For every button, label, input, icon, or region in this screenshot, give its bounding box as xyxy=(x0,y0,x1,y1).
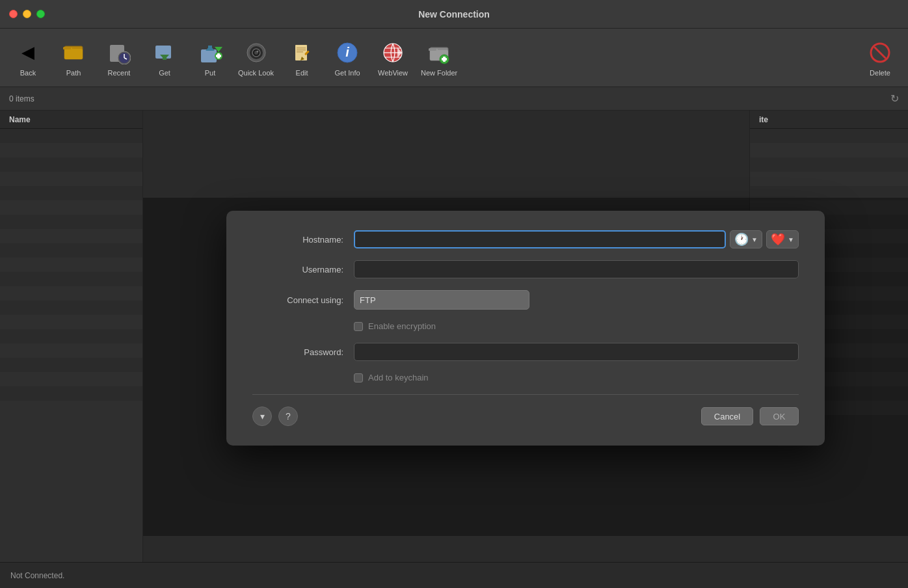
items-count: 0 items xyxy=(9,94,34,103)
file-row xyxy=(0,172,142,186)
toolbar-delete-label: Delete xyxy=(870,69,890,77)
file-row xyxy=(0,386,142,401)
connect-using-row: Connect using: FTP SFTP FTP with TLS/SSL… xyxy=(252,290,799,310)
password-label: Password: xyxy=(252,347,343,357)
hostname-label: Hostname: xyxy=(252,235,343,245)
items-bar: 0 items ↻ xyxy=(0,87,908,111)
toolbar-edit[interactable]: Edit xyxy=(279,32,325,84)
toolbar-newfolder[interactable]: New Folder xyxy=(416,32,462,84)
file-row xyxy=(0,286,142,301)
name-column-header: Name xyxy=(9,115,31,124)
help-button[interactable]: ? xyxy=(278,407,298,426)
back-icon: ◀ xyxy=(14,39,42,66)
connect-using-label: Connect using: xyxy=(252,295,343,305)
history-button[interactable]: 🕐 ▼ xyxy=(730,230,762,248)
put-icon xyxy=(196,39,224,66)
file-row xyxy=(0,143,142,157)
close-button[interactable] xyxy=(9,10,18,18)
file-row xyxy=(0,343,142,358)
enable-encryption-label: Enable encryption xyxy=(368,321,436,331)
add-to-keychain-label: Add to keychain xyxy=(368,373,429,382)
svg-rect-24 xyxy=(295,45,307,60)
file-row xyxy=(0,229,142,243)
maximize-button[interactable] xyxy=(36,10,45,18)
newfolder-icon xyxy=(425,39,453,66)
toolbar-quicklook-label: Quick Look xyxy=(238,69,274,77)
toolbar-getinfo[interactable]: i Get Info xyxy=(325,32,370,84)
connect-using-select[interactable]: FTP SFTP FTP with TLS/SSL WebDAV (HTTP) … xyxy=(354,290,529,310)
password-row: Password: xyxy=(252,343,799,361)
right-row xyxy=(750,129,908,143)
toolbar-webview[interactable]: WebView xyxy=(370,32,416,84)
svg-rect-25 xyxy=(297,47,306,49)
recent-icon xyxy=(105,39,133,66)
toolbar-getinfo-label: Get Info xyxy=(334,69,360,77)
toolbar-put[interactable]: Put xyxy=(187,32,233,84)
file-row xyxy=(0,157,142,172)
toolbar-path[interactable]: Path xyxy=(51,32,96,84)
bottom-left: ▾ ? xyxy=(252,407,298,426)
titlebar: New Connection xyxy=(0,0,908,29)
file-row xyxy=(0,401,142,415)
svg-rect-11 xyxy=(163,55,167,60)
svg-rect-26 xyxy=(297,49,306,51)
svg-rect-18 xyxy=(216,55,221,57)
window-title: New Connection xyxy=(418,9,490,20)
status-bar: Not Connected. xyxy=(0,562,908,588)
enable-encryption-checkbox[interactable] xyxy=(354,322,363,331)
edit-icon xyxy=(288,39,315,66)
file-row xyxy=(0,243,142,258)
clock-icon: 🕐 xyxy=(734,232,749,247)
chevron-down-expand-icon: ▾ xyxy=(260,411,265,421)
get-icon xyxy=(151,39,178,66)
toolbar-delete[interactable]: Delete xyxy=(857,32,903,84)
right-column-header: ite xyxy=(759,115,768,124)
dialog-overlay: Hostname: 🕐 ▼ ❤️ ▼ xyxy=(143,198,908,536)
username-label: Username: xyxy=(252,265,343,274)
file-row xyxy=(0,186,142,200)
file-row xyxy=(0,215,142,229)
svg-rect-41 xyxy=(429,48,436,51)
file-row xyxy=(0,129,142,143)
toolbar-get[interactable]: Get xyxy=(142,32,187,84)
refresh-icon[interactable]: ↻ xyxy=(890,92,899,105)
toolbar-path-label: Path xyxy=(66,69,81,77)
hostname-row: Hostname: 🕐 ▼ ❤️ ▼ xyxy=(252,230,799,248)
toolbar-back[interactable]: ◀ Back xyxy=(5,32,51,84)
bottom-row: ▾ ? Cancel OK xyxy=(252,407,799,426)
minimize-button[interactable] xyxy=(23,10,31,18)
delete-icon xyxy=(866,39,894,66)
keychain-row: Add to keychain xyxy=(354,373,799,382)
ok-button[interactable]: OK xyxy=(760,407,799,425)
right-row xyxy=(750,143,908,157)
quicklook-icon xyxy=(243,39,270,66)
question-mark-icon: ? xyxy=(286,411,291,421)
traffic-lights xyxy=(9,10,45,18)
file-row xyxy=(0,329,142,343)
add-to-keychain-checkbox[interactable] xyxy=(354,373,363,382)
file-row xyxy=(0,200,142,215)
password-input[interactable] xyxy=(354,343,799,361)
webview-icon xyxy=(379,39,407,66)
toolbar-recent-label: Recent xyxy=(108,69,131,77)
toolbar-recent[interactable]: Recent xyxy=(96,32,142,84)
new-connection-dialog: Hostname: 🕐 ▼ ❤️ ▼ xyxy=(226,211,825,446)
connect-using-wrap: FTP SFTP FTP with TLS/SSL WebDAV (HTTP) … xyxy=(354,290,529,310)
chevron-down-icon-fav: ▼ xyxy=(788,236,794,243)
cancel-button[interactable]: Cancel xyxy=(701,407,753,425)
svg-rect-14 xyxy=(208,46,212,51)
encryption-row: Enable encryption xyxy=(354,321,799,331)
svg-rect-44 xyxy=(442,58,447,60)
status-text: Not Connected. xyxy=(10,571,64,580)
file-row xyxy=(0,372,142,386)
column-header: Name xyxy=(0,111,142,129)
getinfo-icon: i xyxy=(334,39,361,66)
username-input[interactable] xyxy=(354,260,799,278)
svg-text:i: i xyxy=(345,45,349,59)
expand-button[interactable]: ▾ xyxy=(252,407,272,426)
favorites-button[interactable]: ❤️ ▼ xyxy=(766,230,799,248)
toolbar-edit-label: Edit xyxy=(296,69,308,77)
toolbar-quicklook[interactable]: Quick Look xyxy=(233,32,279,84)
toolbar-back-label: Back xyxy=(20,69,36,77)
hostname-input[interactable] xyxy=(354,230,726,248)
